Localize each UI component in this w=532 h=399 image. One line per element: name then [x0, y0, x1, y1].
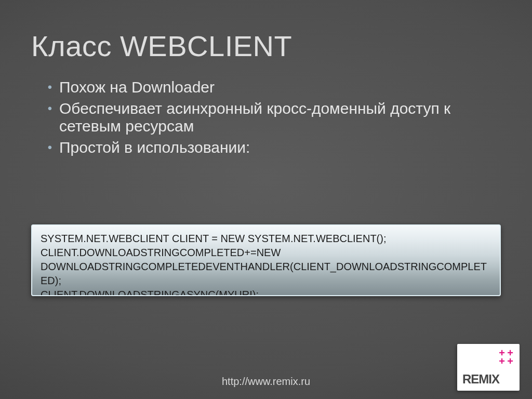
code-line: CLIENT.DOWNLOADSTRINGASYNC(MYURI); — [41, 289, 259, 296]
footer-url: http://www.remix.ru — [0, 376, 532, 388]
bullet-text: Простой в использовании: — [59, 139, 501, 157]
bullet-list: • Похож на Downloader • Обеспечивает аси… — [41, 75, 501, 159]
code-line: DOWNLOADSTRINGCOMPLETEDEVENTHANDLER(CLIE… — [41, 261, 487, 286]
bullet-text: Обеспечивает асинхронный кросс-доменный … — [59, 100, 501, 136]
slide-title: Класс WEBCLIENT — [31, 29, 501, 63]
bullet-marker-icon: • — [41, 78, 59, 96]
plus-grid-icon: ++ ++ — [498, 349, 514, 366]
bullet-marker-icon: • — [41, 139, 59, 156]
bullet-item: • Обеспечивает асинхронный кросс-доменны… — [41, 100, 501, 136]
code-line: SYSTEM.NET.WEBCLIENT CLIENT = NEW SYSTEM… — [41, 233, 386, 244]
code-line: CLIENT.DOWNLOADSTRINGCOMPLETED+=NEW — [41, 247, 281, 258]
code-example-box: SYSTEM.NET.WEBCLIENT CLIENT = NEW SYSTEM… — [31, 224, 501, 296]
bullet-item: • Простой в использовании: — [41, 139, 501, 157]
slide: Класс WEBCLIENT • Похож на Downloader • … — [0, 0, 532, 399]
remix-logo: ++ ++ REMIX — [457, 344, 520, 391]
logo-brand-text: REMIX — [462, 372, 499, 387]
bullet-marker-icon: • — [41, 100, 59, 117]
plus-icon: + — [498, 357, 506, 365]
plus-icon: + — [506, 357, 514, 365]
bullet-item: • Похож на Downloader — [41, 78, 501, 97]
bullet-text: Похож на Downloader — [59, 78, 501, 97]
